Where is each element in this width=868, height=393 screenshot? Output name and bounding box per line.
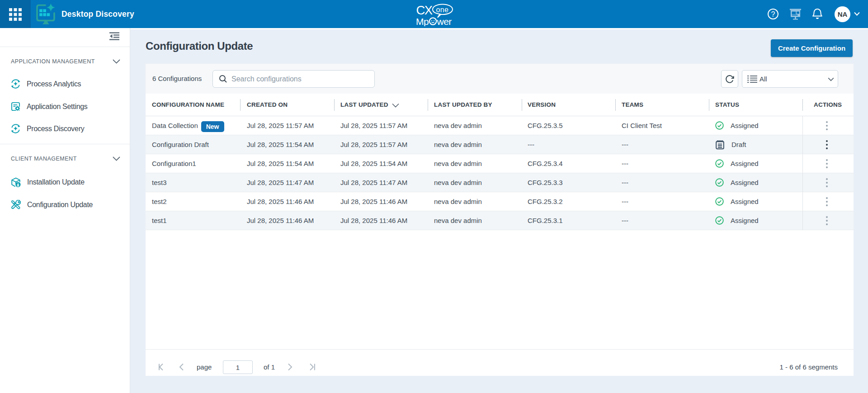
svg-text:one: one xyxy=(436,6,449,14)
svg-text:?: ? xyxy=(771,10,775,18)
svg-text:CX: CX xyxy=(416,3,433,17)
svg-text:Mp: Mp xyxy=(416,16,429,27)
svg-text:wer: wer xyxy=(437,16,452,27)
